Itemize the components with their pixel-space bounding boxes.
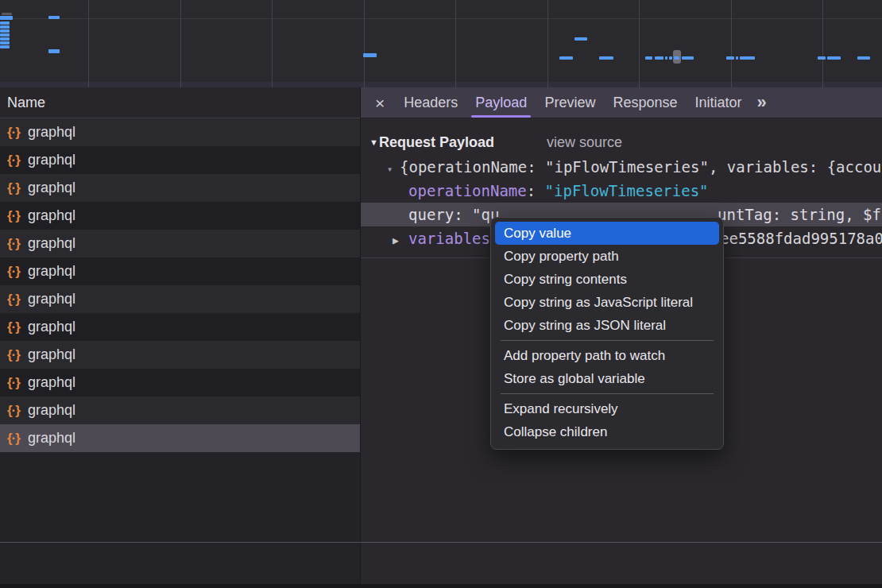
timeline-gridline (547, 0, 548, 87)
request-name: graphql (28, 291, 75, 308)
timeline-request-bar (818, 56, 826, 60)
json-icon: {·} (7, 319, 28, 335)
property-value-string: "ipFlowTimeseries" (545, 182, 709, 199)
menu-item-copy-property-path[interactable]: Copy property path (495, 245, 719, 268)
timeline-request-bar (0, 25, 10, 29)
request-name: graphql (28, 319, 75, 335)
json-icon: {·} (7, 375, 28, 391)
json-icon: {·} (7, 236, 28, 252)
request-row[interactable]: {·}graphql (0, 341, 360, 369)
json-icon: {·} (7, 208, 28, 224)
timeline-request-bar (599, 56, 613, 60)
close-icon[interactable]: × (375, 95, 385, 111)
request-row[interactable]: {·}graphql (0, 369, 360, 397)
tab-headers[interactable]: Headers (395, 87, 466, 118)
timeline-request-bar (682, 56, 694, 60)
timeline-request-bar (0, 45, 10, 48)
request-row[interactable]: {·}graphql (0, 313, 360, 341)
tree-row-operation-name[interactable]: operationName: "ipFlowTimeseries" (361, 179, 882, 203)
tab-response[interactable]: Response (604, 87, 686, 118)
timeline-request-bar (0, 33, 10, 37)
timeline-request-bar (48, 16, 60, 19)
request-row[interactable]: {·}graphql (0, 118, 360, 146)
context-menu: Copy value Copy property path Copy strin… (490, 217, 724, 450)
request-row-selected[interactable]: {·}graphql (0, 424, 360, 452)
request-name: graphql (28, 374, 75, 391)
timeline-request-bar (0, 37, 10, 41)
request-name: graphql (28, 402, 75, 419)
property-key: query (408, 206, 454, 223)
json-icon: {·} (7, 292, 28, 308)
timeline-request-bar (559, 56, 573, 60)
menu-item-copy-string-js-literal[interactable]: Copy string as JavaScript literal (495, 291, 719, 314)
panel-footer (0, 542, 882, 584)
view-source-link[interactable]: view source (547, 134, 622, 151)
request-name: graphql (28, 124, 75, 141)
request-name: graphql (28, 180, 75, 196)
timeline-request-bar (0, 21, 10, 25)
tab-preview[interactable]: Preview (536, 87, 604, 118)
request-payload-section-header: ▼ Request Payload view source (361, 130, 882, 155)
menu-item-add-property-path-to-watch[interactable]: Add property path to watch (495, 344, 719, 367)
json-icon: {·} (7, 347, 28, 363)
timeline-bottom-strip (0, 82, 882, 87)
timeline-gridline (88, 0, 89, 87)
request-row[interactable]: {·}graphql (0, 285, 360, 313)
tab-initiator[interactable]: Initiator (686, 87, 750, 118)
timeline-request-bar (665, 56, 667, 60)
tree-row-summary[interactable]: ▾{operationName: "ipFlowTimeseries", var… (361, 155, 882, 179)
collapsed-arrow-icon[interactable]: ▶ (393, 229, 408, 250)
timeline-gridline (639, 0, 640, 87)
name-column-label: Name (7, 95, 45, 110)
request-name: graphql (28, 430, 75, 447)
menu-item-copy-string-contents[interactable]: Copy string contents (495, 268, 719, 291)
request-row[interactable]: {·}graphql (0, 146, 360, 174)
json-icon: {·} (7, 403, 28, 419)
timeline-request-bar (363, 53, 377, 57)
timeline-request-bar (645, 56, 652, 60)
request-name: graphql (28, 207, 75, 224)
tab-payload[interactable]: Payload (466, 87, 536, 118)
section-collapse-arrow-icon[interactable]: ▼ (369, 137, 378, 147)
menu-item-copy-string-json-literal[interactable]: Copy string as JSON literal (495, 314, 719, 337)
request-name: graphql (28, 346, 75, 363)
network-overview-timeline[interactable] (0, 0, 882, 87)
timeline-request-bar (740, 56, 755, 60)
expand-arrow-icon[interactable]: ▾ (387, 157, 400, 179)
more-tabs-icon[interactable]: » (757, 92, 765, 113)
property-value-right-fragment: ee5588fdad995178a0 (720, 226, 882, 250)
footer-left (0, 543, 361, 584)
timeline-gridline (731, 0, 732, 87)
footer-right (361, 543, 882, 584)
json-icon: {·} (7, 431, 28, 447)
menu-item-copy-value[interactable]: Copy value (495, 222, 719, 245)
window-bottom-edge (0, 584, 882, 588)
timeline-gridline (364, 0, 365, 87)
timeline-request-bar (48, 49, 60, 53)
section-title: Request Payload (379, 134, 494, 151)
timeline-request-bar (0, 41, 10, 44)
menu-item-store-as-global-variable[interactable]: Store as global variable (495, 367, 719, 390)
request-row[interactable]: {·}graphql (0, 230, 360, 257)
json-icon: {·} (7, 125, 28, 141)
key-separator: : (454, 206, 472, 223)
timeline-midline (0, 18, 882, 19)
request-row[interactable]: {·}graphql (0, 397, 360, 424)
request-row[interactable]: {·}graphql (0, 202, 360, 230)
request-row[interactable]: {·}graphql (0, 257, 360, 285)
network-main-area: Name {·}graphql {·}graphql {·}graphql {·… (0, 87, 882, 542)
timeline-gridline (272, 0, 273, 87)
timeline-gridline (180, 0, 181, 87)
json-icon: {·} (7, 153, 28, 168)
menu-item-collapse-children[interactable]: Collapse children (495, 420, 719, 443)
menu-item-expand-recursively[interactable]: Expand recursively (495, 397, 719, 420)
timeline-request-bar (827, 56, 841, 60)
request-row[interactable]: {·}graphql (0, 174, 360, 202)
json-icon: {·} (7, 180, 28, 196)
timeline-request-bar (655, 56, 663, 60)
request-name: graphql (28, 152, 75, 168)
request-name: graphql (28, 235, 75, 252)
request-list-header-name-column[interactable]: Name (0, 87, 360, 118)
request-rows: {·}graphql {·}graphql {·}graphql {·}grap… (0, 118, 360, 452)
timeline-request-bar (674, 56, 679, 60)
